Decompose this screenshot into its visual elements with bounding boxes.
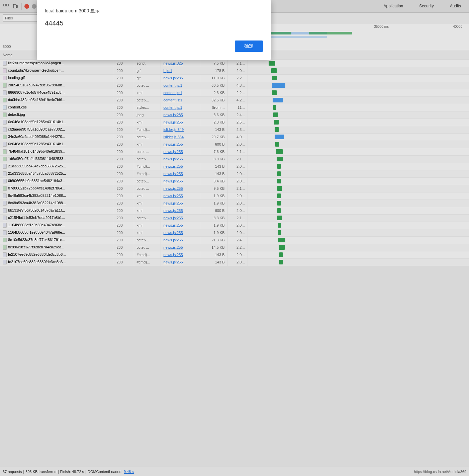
cell-time: 2.2... <box>227 74 248 82</box>
table-row[interactable]: 1164b8603df1e9c30e4047a968e... 200 xml n… <box>0 222 469 229</box>
cell-initiator[interactable]: news.js:285 <box>161 111 201 118</box>
table-row[interactable]: 6e046a103adff0e1285e431614b1... 200 xml … <box>0 118 469 126</box>
cell-initiator[interactable]: content.js:1 <box>161 96 201 104</box>
cell-initiator[interactable]: content.js:1 <box>161 89 201 96</box>
initiator-link[interactable]: news.js:255 <box>164 194 183 198</box>
initiator-link[interactable]: content.js:1 <box>164 83 182 87</box>
table-row[interactable]: 8c48a593ca4b382a032214e1088... 200 xml n… <box>0 200 469 207</box>
initiator-link[interactable]: news.js:255 <box>164 172 183 176</box>
table-row[interactable]: 7b484ffaf181fd1489bb40e61f839... 200 oct… <box>0 148 469 155</box>
cell-initiator[interactable]: news.js:255 <box>161 251 201 258</box>
table-row[interactable]: 6e046a103adff0e1285e431614b1... 200 xml … <box>0 141 469 148</box>
table-row[interactable]: loading.gif 200 gif news.js:285 11.0 KB … <box>0 74 469 82</box>
table-row[interactable]: fe2107ee69c882e6380fde3cc3b6... 200 #cmd… <box>0 258 469 266</box>
initiator-link[interactable]: islider.js:354 <box>164 135 184 139</box>
table-row[interactable]: default.jpg 200 jpeg news.js:285 3.6 KB … <box>0 111 469 118</box>
initiator-link[interactable]: news.js:255 <box>164 245 183 249</box>
table-row[interactable]: da0bbd432ab054189d19e4c7bf6... 200 octet… <box>0 96 469 104</box>
tab-application[interactable]: Application <box>378 1 409 12</box>
cell-initiator[interactable]: news.js:255 <box>161 163 201 170</box>
table-row[interactable]: count.php?browser=Gecko&os=... 200 gif h… <box>0 67 469 74</box>
status-dcl-value[interactable]: 9.48 s <box>124 470 134 474</box>
initiator-link[interactable]: news.js:255 <box>164 216 183 220</box>
initiator-link[interactable]: news.js:255 <box>164 164 183 168</box>
table-row[interactable]: 8e10c5d23a37e3ef77e4861791e... 200 octet… <box>0 236 469 244</box>
cell-initiator[interactable]: content.js:1 <box>161 104 201 111</box>
network-table-container[interactable]: Name Status Type Initiator Size Time Wat… <box>0 50 469 457</box>
initiator-link[interactable]: news.js:255 <box>164 260 183 264</box>
cell-initiator[interactable]: news.js:285 <box>161 74 201 82</box>
cell-initiator[interactable]: news.js:255 <box>161 148 201 155</box>
table-row[interactable]: list?s=internet&p=mobile&page=... 200 sc… <box>0 60 469 67</box>
table-row[interactable]: 86669087c1c4d57f4cea4591ac8... 200 xml c… <box>0 89 469 96</box>
initiator-link[interactable]: news.js:325 <box>164 61 183 65</box>
initiator-link[interactable]: news.js:255 <box>164 150 183 154</box>
cell-initiator[interactable]: news.js:255 <box>161 236 201 244</box>
table-row[interactable]: c215f4bd11c53eb7dda2017b8b1... 200 octet… <box>0 214 469 222</box>
waterfall-bar <box>271 68 277 73</box>
initiator-link[interactable]: news.js:255 <box>164 231 183 235</box>
table-row[interactable]: 34e3a60a9abd409f068c1444270... 200 octet… <box>0 133 469 141</box>
initiator-link[interactable]: news.js:255 <box>164 209 183 213</box>
table-row[interactable]: bb131fe9f5ca362c61437da7a11f... 200 xml … <box>0 207 469 214</box>
initiator-link[interactable]: islider.js:349 <box>164 128 184 132</box>
cell-initiator[interactable]: news.js:255 <box>161 185 201 192</box>
cell-initiator[interactable]: content.js:1 <box>161 82 201 89</box>
alert-ok-button[interactable]: 确定 <box>235 41 263 52</box>
table-row[interactable]: cf2faaee90753a1d890fcae77302... 200 #cmd… <box>0 126 469 133</box>
initiator-link[interactable]: news.js:255 <box>164 142 183 146</box>
initiator-link[interactable]: content.js:1 <box>164 105 182 109</box>
cell-initiator[interactable]: news.js:255 <box>161 200 201 207</box>
table-row[interactable]: fe2107ee69c882e6380fde3cc3b6... 200 #cmd… <box>0 251 469 258</box>
cell-initiator[interactable]: news.js:255 <box>161 222 201 229</box>
inspect-icon[interactable] <box>3 3 9 10</box>
cell-initiator[interactable]: news.js:255 <box>161 229 201 236</box>
initiator-link[interactable]: news.js:255 <box>164 201 183 205</box>
table-row[interactable]: 21d333655ba454c7dca68872525... 200 #cmd}… <box>0 170 469 177</box>
initiator-link[interactable]: news.js:255 <box>164 238 183 242</box>
tab-audits[interactable]: Audits <box>445 1 466 12</box>
initiator-link[interactable]: news.js:255 <box>164 223 183 227</box>
cell-time: 4.2... <box>227 96 248 104</box>
table-row[interactable]: 1d6a950d97af4d66f08110482533... 200 octe… <box>0 155 469 163</box>
tab-security[interactable]: Security <box>414 1 439 12</box>
table-row[interactable]: 8c48a593ca4b382a032214e1088... 200 xml n… <box>0 192 469 200</box>
initiator-link[interactable]: news.js:285 <box>164 76 183 80</box>
table-row[interactable]: 8c896c0ce677f92bcb7a4ca29ed... 200 octet… <box>0 244 469 251</box>
initiator-link[interactable]: news.js:255 <box>164 253 183 257</box>
initiator-link[interactable]: h.js:1 <box>164 69 172 73</box>
cell-initiator[interactable]: news.js:255 <box>161 192 201 200</box>
initiator-link[interactable]: content.js:1 <box>164 91 182 95</box>
cell-type: xml <box>134 200 161 207</box>
cell-initiator[interactable]: news.js:255 <box>161 214 201 222</box>
cell-initiator[interactable]: news.js:325 <box>161 60 201 67</box>
device-icon[interactable] <box>12 3 19 10</box>
table-row[interactable]: content.css 200 styles... content.js:1 (… <box>0 104 469 111</box>
record-button[interactable] <box>24 4 29 9</box>
th-waterfall[interactable]: Waterfall <box>248 50 469 60</box>
table-row[interactable]: 0f6f06655fe0a6851ae54821ff4a3... 200 oct… <box>0 177 469 185</box>
initiator-link[interactable]: news.js:285 <box>164 113 183 117</box>
cell-initiator[interactable]: islider.js:354 <box>161 133 201 141</box>
table-row[interactable]: 1164b8603df1e9c30e4047a968e... 200 xml n… <box>0 229 469 236</box>
table-row[interactable]: 21d333655ba454c7dca68872525... 200 #cmd}… <box>0 163 469 170</box>
cell-initiator[interactable]: news.js:255 <box>161 141 201 148</box>
initiator-link[interactable]: news.js:255 <box>164 120 183 124</box>
table-row[interactable]: 2d05465167a6f747d9c957996db... 200 octet… <box>0 82 469 89</box>
initiator-link[interactable]: news.js:255 <box>164 179 183 183</box>
cell-initiator[interactable]: islider.js:349 <box>161 126 201 133</box>
cell-initiator[interactable]: news.js:255 <box>161 170 201 177</box>
cell-initiator[interactable]: h.js:1 <box>161 67 201 74</box>
cell-initiator[interactable]: news.js:255 <box>161 155 201 163</box>
initiator-link[interactable]: news.js:255 <box>164 157 183 161</box>
initiator-link[interactable]: news.js:255 <box>164 186 183 190</box>
cell-initiator[interactable]: news.js:255 <box>161 244 201 251</box>
status-url[interactable]: https://blog.csdn.net/Anniela369 <box>414 470 466 474</box>
initiator-link[interactable]: content.js:1 <box>164 98 182 102</box>
cell-initiator[interactable]: news.js:255 <box>161 207 201 214</box>
cell-initiator[interactable]: news.js:255 <box>161 177 201 185</box>
cell-initiator[interactable]: news.js:255 <box>161 258 201 266</box>
cell-initiator[interactable]: news.js:255 <box>161 118 201 126</box>
clear-button[interactable] <box>32 4 36 9</box>
table-row[interactable]: 07e00621b72bbb4ffe149b2f7b64... 200 octe… <box>0 185 469 192</box>
